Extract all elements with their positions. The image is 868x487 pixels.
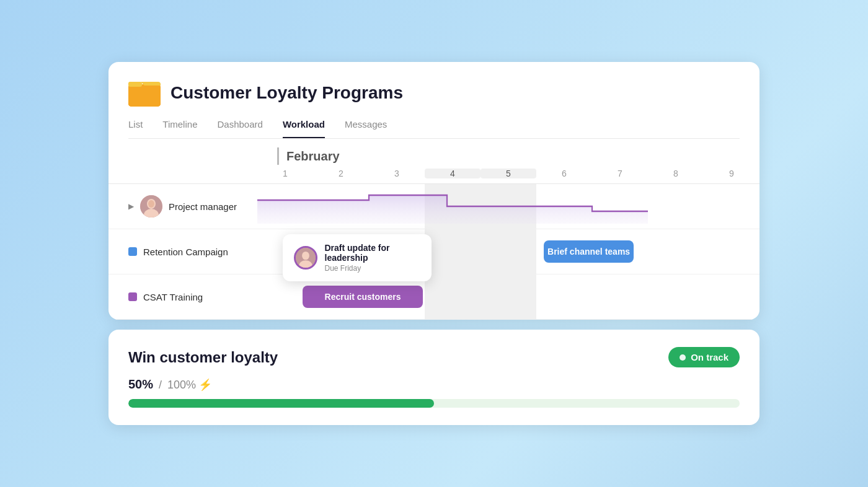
project-manager-label: ▶ Project manager	[108, 195, 257, 217]
progress-percent: 50%	[128, 377, 153, 391]
progress-bar-fill	[128, 399, 434, 408]
svg-point-9	[302, 252, 309, 260]
project-manager-avatar	[140, 195, 162, 217]
day-3: 3	[369, 169, 425, 178]
month-name: February	[286, 149, 340, 164]
svg-point-7	[148, 200, 154, 208]
svg-rect-2	[128, 86, 161, 107]
tab-workload[interactable]: Workload	[283, 119, 325, 138]
tab-messages[interactable]: Messages	[345, 119, 387, 138]
day-4: 4	[425, 169, 480, 178]
on-track-badge: On track	[668, 347, 740, 367]
project-title: Customer Loyalty Programs	[170, 83, 403, 103]
progress-card-header: Win customer loyalty On track	[128, 347, 740, 367]
day-9: 9	[704, 169, 760, 178]
retention-color-dot	[128, 247, 137, 256]
progress-title: Win customer loyalty	[128, 349, 278, 366]
page-wrapper: Customer Loyalty Programs List Timeline …	[108, 62, 760, 425]
progress-bar-bg	[128, 399, 740, 408]
tab-dashboard[interactable]: Dashboard	[217, 119, 262, 138]
csat-training-label: CSAT Training	[108, 292, 257, 302]
recruit-customers-pill[interactable]: Recruit customers	[303, 286, 423, 308]
workload-chart	[257, 189, 760, 224]
task-card-popup[interactable]: Draft update for leadership Due Friday	[283, 234, 432, 281]
tab-timeline[interactable]: Timeline	[162, 119, 197, 138]
lightning-icon: ⚡	[198, 379, 212, 391]
retention-campaign-name: Retention Campaign	[143, 247, 228, 257]
retention-campaign-row: Retention Campaign	[108, 229, 760, 274]
day-cols: 1 2 3 4 5 6 7 8 9	[257, 169, 760, 178]
day-8: 8	[648, 169, 704, 178]
csat-training-name: CSAT Training	[143, 292, 203, 302]
main-card: Customer Loyalty Programs List Timeline …	[108, 62, 760, 320]
project-manager-name: Project manager	[169, 201, 237, 212]
day-7: 7	[592, 169, 648, 178]
task-title: Draft update for leadership	[325, 243, 420, 263]
csat-training-row: CSAT Training Recruit customers	[108, 274, 760, 320]
day-2: 2	[313, 169, 369, 178]
retention-timeline: Draft update for leadership Due Friday B…	[257, 229, 760, 274]
progress-stats: 50% / 100%⚡	[128, 377, 740, 392]
workload-rows: ▶ Project manager	[108, 184, 760, 320]
card-header: Customer Loyalty Programs List Timeline …	[108, 62, 760, 139]
day-6: 6	[536, 169, 592, 178]
brief-channel-teams-pill[interactable]: Brief channel teams	[544, 240, 634, 263]
progress-total: 100%	[167, 379, 196, 391]
retention-campaign-label: Retention Campaign	[108, 247, 257, 257]
task-due: Due Friday	[325, 264, 420, 273]
project-manager-timeline	[257, 184, 760, 229]
task-card-text: Draft update for leadership Due Friday	[325, 243, 420, 273]
month-divider	[277, 147, 279, 165]
folder-icon	[128, 79, 161, 107]
col-highlight-2	[425, 229, 536, 274]
chevron-icon[interactable]: ▶	[128, 202, 134, 211]
project-title-row: Customer Loyalty Programs	[128, 79, 740, 107]
day-1: 1	[257, 169, 313, 178]
day-numbers-row: 1 2 3 4 5 6 7 8 9	[108, 166, 760, 184]
day-5: 5	[480, 169, 536, 178]
csat-color-dot	[128, 292, 137, 301]
col-highlight-3	[425, 274, 536, 319]
workload-area: February 1 2 3 4 5 6 7 8 9	[108, 139, 760, 320]
tab-list[interactable]: List	[128, 119, 143, 138]
task-card-avatar	[294, 246, 317, 270]
progress-card: Win customer loyalty On track 50% / 100%…	[108, 330, 760, 425]
svg-rect-3	[128, 82, 142, 87]
tabs-row: List Timeline Dashboard Workload Message…	[128, 119, 740, 139]
project-manager-row: ▶ Project manager	[108, 184, 760, 229]
on-track-label: On track	[691, 352, 728, 362]
month-header-row: February	[108, 139, 760, 166]
on-track-dot	[680, 354, 686, 361]
